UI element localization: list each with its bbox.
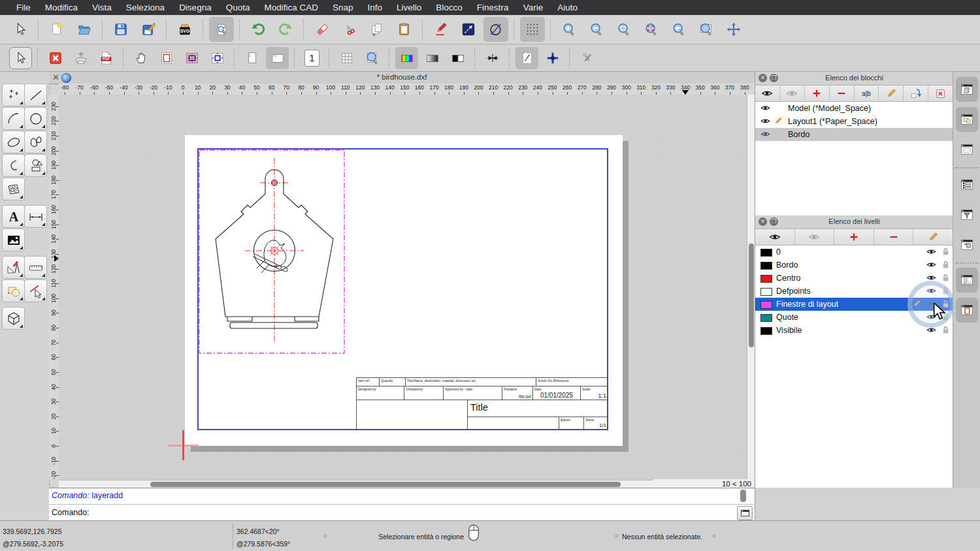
pan-button[interactable]: [721, 17, 746, 42]
circle-slash-button[interactable]: [483, 17, 508, 42]
zoom-previous-button[interactable]: [666, 17, 691, 42]
insert-block-button[interactable]: [904, 86, 928, 101]
ellipse-tool[interactable]: [2, 131, 25, 153]
block-item-bordo[interactable]: Bordo: [755, 128, 953, 141]
zoom-page-button[interactable]: [361, 47, 384, 69]
remove-layer-button[interactable]: [874, 229, 914, 245]
block-item-layout1[interactable]: Layout1 (*Paper_Space): [755, 115, 953, 128]
solid-box-tool[interactable]: [2, 307, 25, 330]
panel-property-editor-toggle[interactable]: [956, 298, 978, 323]
text-tool[interactable]: A: [2, 205, 25, 228]
layer-row-0[interactable]: 0: [755, 245, 953, 259]
black-white-button[interactable]: [446, 47, 469, 69]
menu-item-aiuto[interactable]: Aiuto: [550, 0, 585, 15]
zoom-in-button[interactable]: [557, 17, 581, 42]
lineweight-button[interactable]: [481, 47, 504, 69]
hide-all-eye-button[interactable]: [780, 86, 805, 101]
menu-item-vista[interactable]: Vista: [85, 0, 119, 15]
circle-tool[interactable]: [24, 107, 47, 130]
pan-hand-button[interactable]: [129, 47, 152, 69]
zoom-selection-button[interactable]: [639, 17, 664, 42]
portrait-button[interactable]: [240, 47, 263, 69]
open-file-button[interactable]: [72, 17, 97, 42]
crosshair-button[interactable]: [541, 47, 564, 69]
redo-button[interactable]: [273, 17, 298, 42]
layer-lock-icon[interactable]: [941, 247, 951, 257]
full-color-button[interactable]: [395, 47, 418, 69]
zoom-auto-button[interactable]: [612, 17, 636, 42]
delete-block-button[interactable]: [928, 86, 953, 101]
add-layer-button[interactable]: [834, 229, 874, 245]
layer-lock-icon[interactable]: [941, 273, 951, 283]
eraser-button[interactable]: [310, 17, 335, 42]
menu-item-snap[interactable]: Snap: [325, 0, 361, 15]
image-tool[interactable]: [2, 228, 25, 251]
undo-button[interactable]: [246, 17, 270, 42]
show-all-eye-button[interactable]: [755, 229, 795, 245]
menu-item-disegna[interactable]: Disegna: [172, 0, 219, 15]
drawing-canvas[interactable]: Item ref Quantity Title/Name, destinatio…: [59, 95, 747, 480]
draft-mode-button[interactable]: [515, 47, 538, 69]
svg-export-button[interactable]: SVG: [172, 17, 197, 42]
menu-item-modifica-cad[interactable]: Modifica CAD: [257, 0, 325, 15]
menu-item-file[interactable]: File: [9, 0, 38, 15]
menu-item-seleziona[interactable]: Seleziona: [119, 0, 172, 15]
layer-visibility-eye-icon[interactable]: [926, 260, 937, 270]
copy-button[interactable]: [365, 17, 389, 42]
detach-command-line-button[interactable]: [737, 506, 753, 520]
zoom-window-button[interactable]: [694, 17, 719, 42]
fit-viewport-button[interactable]: [206, 47, 229, 69]
visibility-eye-icon[interactable]: [760, 116, 771, 127]
layer-visibility-eye-icon[interactable]: [926, 247, 937, 257]
draft-tools-tool[interactable]: [2, 256, 25, 279]
select-tool-button[interactable]: [9, 47, 32, 69]
menu-item-varie[interactable]: Varie: [516, 0, 551, 15]
panel-viewports-toggle[interactable]: [956, 137, 978, 162]
multi-pages-button[interactable]: [335, 47, 358, 69]
edit-pencil-button[interactable]: [429, 17, 453, 42]
panel-layer-list-toggle[interactable]: [956, 172, 978, 197]
panel-library-browser-toggle[interactable]: [956, 107, 978, 132]
layer-lock-icon[interactable]: [941, 325, 951, 336]
settings-button[interactable]: [576, 47, 598, 69]
save-file-button[interactable]: [108, 17, 133, 42]
panel-command-line-toggle[interactable]: [956, 268, 978, 292]
layer-row-bordo[interactable]: Bordo: [755, 259, 953, 272]
menu-item-modifica[interactable]: Modifica: [38, 0, 85, 15]
dimension-tool[interactable]: [24, 205, 47, 228]
polyline-tool[interactable]: [2, 154, 25, 177]
zoom-out-button[interactable]: [584, 17, 609, 42]
history-scroll-thumb[interactable]: [740, 490, 746, 502]
edit-layer-button[interactable]: [913, 229, 953, 245]
shapes-tool[interactable]: [24, 154, 47, 177]
block-item-model[interactable]: Model (*Model_Space): [755, 102, 953, 115]
line-tool-button[interactable]: [456, 17, 481, 42]
grayscale-button[interactable]: [421, 47, 444, 69]
visibility-eye-icon[interactable]: [760, 129, 771, 140]
panel-block-list-toggle[interactable]: [956, 77, 978, 102]
page-tiles-button[interactable]: [180, 47, 203, 69]
hscroll-thumb[interactable]: [150, 482, 621, 487]
arc-tool[interactable]: [2, 107, 25, 130]
modify-attr-tool[interactable]: [24, 279, 47, 302]
panel-view-toolbox-toggle[interactable]: [956, 232, 978, 257]
page-number-button[interactable]: 1: [301, 47, 323, 69]
menu-item-finestra[interactable]: Finestra: [470, 0, 516, 15]
grid-dots-button[interactable]: [520, 17, 545, 42]
show-all-eye-button[interactable]: [755, 86, 780, 101]
rename-block-button[interactable]: a|b: [855, 86, 879, 101]
visibility-eye-icon[interactable]: [760, 103, 771, 114]
menu-item-livello[interactable]: Livello: [389, 0, 429, 15]
menu-item-info[interactable]: Info: [361, 0, 390, 15]
line-tool[interactable]: [24, 84, 47, 106]
command-input[interactable]: [96, 505, 736, 520]
menu-item-blocco[interactable]: Blocco: [429, 0, 470, 15]
new-file-button[interactable]: [44, 17, 69, 42]
menu-item-quota[interactable]: Quota: [219, 0, 257, 15]
print-upload-button[interactable]: [69, 47, 92, 69]
spline-tool[interactable]: [24, 131, 47, 153]
print-preview-button[interactable]: [209, 17, 234, 42]
block-tools-tool[interactable]: [2, 279, 25, 302]
vscroll-thumb[interactable]: [749, 244, 754, 347]
close-preview-button[interactable]: [44, 47, 67, 69]
